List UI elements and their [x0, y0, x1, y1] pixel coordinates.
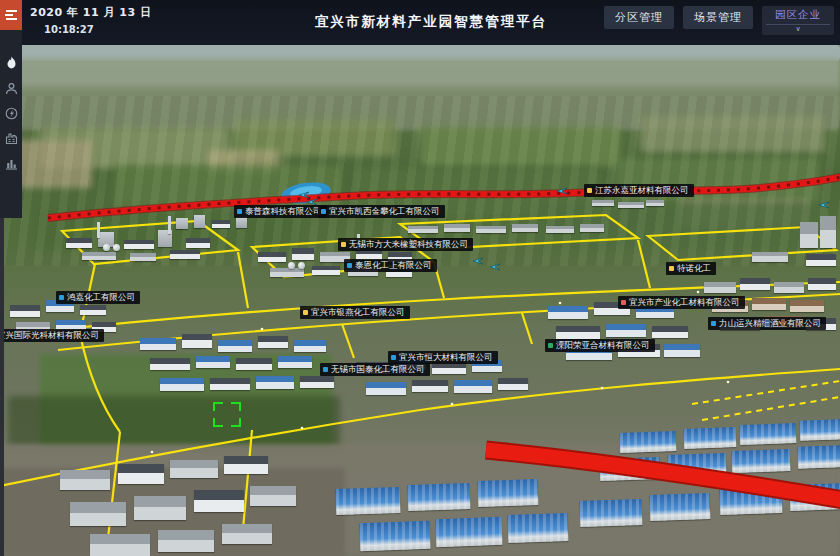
left-toolbar — [0, 0, 22, 218]
company-marker-icon — [303, 310, 308, 315]
person-icon[interactable] — [4, 81, 18, 95]
company-marker-icon — [711, 321, 716, 326]
radar-icon[interactable] — [4, 106, 18, 120]
scene-management-button[interactable]: 场景管理 — [683, 6, 753, 29]
header-actions: 分区管理 场景管理 园区企业 ∨ — [604, 6, 834, 35]
selection-box — [213, 402, 241, 427]
map-scene: 泰普森科技有限公司宜兴市凯西金攀化工有限公司江苏永嘉亚材料有限公司无锡市方大来橡… — [4, 45, 840, 556]
company-label[interactable]: 鸿嘉化工有限公司 — [56, 291, 140, 304]
company-label[interactable]: 江苏永嘉亚材料有限公司 — [584, 184, 694, 197]
company-label-text: 溧阳荣亚合材料有限公司 — [556, 340, 650, 351]
left-edge-strip — [0, 218, 4, 556]
vehicle-marker-icon — [472, 250, 484, 269]
company-label[interactable]: 宜兴国际光科材料有限公司 — [4, 329, 104, 342]
company-marker-icon — [391, 355, 396, 360]
company-label-text: 宜兴市产业化工材料有限公司 — [629, 297, 740, 308]
company-label[interactable]: 力山运兴精细酒业有限公司 — [708, 317, 826, 330]
company-marker-icon — [587, 188, 592, 193]
company-label-text: 特诺化工 — [677, 263, 711, 274]
company-label[interactable]: 无锡市国泰化工有限公司 — [320, 363, 430, 376]
company-label-text: 泰普森科技有限公司 — [245, 206, 322, 217]
company-marker-icon — [669, 266, 674, 271]
factory-icon[interactable] — [4, 131, 18, 145]
company-label[interactable]: 宜兴市产业化工材料有限公司 — [618, 296, 745, 309]
company-label-text: 宜兴市凯西金攀化工有限公司 — [329, 206, 440, 217]
toolbar-icons — [0, 30, 22, 170]
vehicle-marker-icon — [556, 180, 568, 199]
company-marker-icon — [341, 242, 346, 247]
hamburger-menu-button[interactable] — [0, 0, 22, 30]
company-label-text: 鸿嘉化工有限公司 — [67, 292, 135, 303]
company-label[interactable]: 泰恩化工上有限公司 — [344, 259, 437, 272]
company-marker-icon — [237, 209, 242, 214]
company-label[interactable]: 溧阳荣亚合材料有限公司 — [545, 339, 655, 352]
smart-park-platform: 泰普森科技有限公司宜兴市凯西金攀化工有限公司江苏永嘉亚材料有限公司无锡市方大来橡… — [0, 0, 840, 556]
dropdown-selected-value: 园区企业 — [766, 8, 830, 25]
vehicle-marker-icon — [489, 256, 501, 275]
company-label-text: 无锡市国泰化工有限公司 — [331, 364, 425, 375]
flame-icon[interactable] — [4, 56, 18, 70]
company-label-text: 无锡市方大来橡塑科技有限公司 — [349, 239, 468, 250]
company-marker-icon — [347, 263, 352, 268]
company-label-text: 力山运兴精细酒业有限公司 — [719, 318, 821, 329]
zone-management-button[interactable]: 分区管理 — [604, 6, 674, 29]
top-bar: 2020 年 11 月 13 日 10:18:27 宜兴市新材料产业园智慧管理平… — [22, 0, 840, 45]
company-marker-icon — [323, 367, 328, 372]
vehicle-marker-icon — [818, 194, 830, 213]
company-label-text: 宜兴国际光科材料有限公司 — [4, 330, 99, 341]
company-label[interactable]: 无锡市方大来橡塑科技有限公司 — [338, 238, 473, 251]
chevron-down-icon: ∨ — [766, 25, 830, 34]
company-label[interactable]: 泰普森科技有限公司 — [234, 205, 327, 218]
company-label[interactable]: 特诺化工 — [666, 262, 716, 275]
company-label[interactable]: 宜兴市凯西金攀化工有限公司 — [318, 205, 445, 218]
map-3d-view[interactable]: 泰普森科技有限公司宜兴市凯西金攀化工有限公司江苏永嘉亚材料有限公司无锡市方大来橡… — [4, 45, 840, 556]
company-label-text: 泰恩化工上有限公司 — [355, 260, 432, 271]
company-label-text: 宜兴市银燕化工有限公司 — [311, 307, 405, 318]
company-marker-icon — [621, 300, 626, 305]
company-marker-icon — [59, 295, 64, 300]
company-marker-icon — [548, 343, 553, 348]
company-label-text: 宜兴市恒大材料有限公司 — [399, 352, 493, 363]
company-label-text: 江苏永嘉亚材料有限公司 — [595, 185, 689, 196]
company-label[interactable]: 宜兴市银燕化工有限公司 — [300, 306, 410, 319]
company-marker-icon — [321, 209, 326, 214]
park-enterprise-dropdown[interactable]: 园区企业 ∨ — [762, 6, 834, 35]
bar-chart-icon[interactable] — [4, 156, 18, 170]
